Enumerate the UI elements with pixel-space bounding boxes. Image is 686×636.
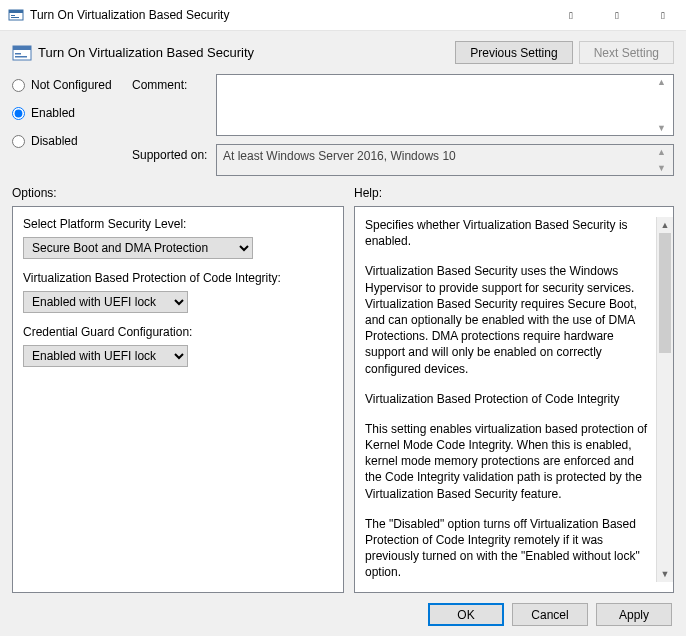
header-row: Turn On Virtualization Based Security Pr… bbox=[8, 39, 678, 74]
svg-rect-6 bbox=[15, 53, 21, 55]
scroll-thumb[interactable] bbox=[659, 233, 671, 353]
platform-security-select[interactable]: Secure Boot and DMA Protection bbox=[23, 237, 253, 259]
svg-rect-2 bbox=[11, 15, 15, 16]
options-column: Options: Select Platform Security Level:… bbox=[12, 186, 344, 593]
scroll-up-icon[interactable]: ▲ bbox=[657, 217, 673, 233]
panels-row: Options: Select Platform Security Level:… bbox=[8, 180, 678, 593]
config-row: Not Configured Enabled Disabled Comment:… bbox=[8, 74, 678, 180]
radio-disabled-input[interactable] bbox=[12, 135, 25, 148]
help-panel: Specifies whether Virtualization Based S… bbox=[354, 206, 674, 593]
help-label: Help: bbox=[354, 186, 674, 200]
close-button[interactable]:  bbox=[640, 0, 686, 30]
previous-setting-button[interactable]: Previous Setting bbox=[455, 41, 572, 64]
radio-not-configured-label: Not Configured bbox=[31, 78, 112, 92]
supported-on-box: At least Windows Server 2016, Windows 10… bbox=[216, 144, 674, 176]
cancel-button[interactable]: Cancel bbox=[512, 603, 588, 626]
apply-button[interactable]: Apply bbox=[596, 603, 672, 626]
comment-scroll: ▲▼ bbox=[657, 77, 671, 133]
fields-column: Comment: ▲▼ Supported on: At least Windo… bbox=[132, 74, 674, 176]
supported-label: Supported on: bbox=[132, 144, 212, 162]
radio-disabled[interactable]: Disabled bbox=[12, 134, 132, 148]
radio-enabled-label: Enabled bbox=[31, 106, 75, 120]
app-icon bbox=[8, 7, 24, 23]
footer-buttons: OK Cancel Apply bbox=[8, 593, 678, 628]
help-p4: This setting enables virtualization base… bbox=[365, 421, 650, 502]
svg-rect-1 bbox=[9, 10, 23, 13]
help-column: Help: Specifies whether Virtualization B… bbox=[354, 186, 674, 593]
scroll-down-icon[interactable]: ▼ bbox=[657, 566, 673, 582]
help-scrollbar[interactable]: ▲ ▼ bbox=[656, 217, 673, 582]
help-p5: The "Disabled" option turns off Virtuali… bbox=[365, 516, 650, 581]
maximize-button[interactable]:  bbox=[594, 0, 640, 30]
title-bar: Turn On Virtualization Based Security  … bbox=[0, 0, 686, 31]
policy-icon bbox=[12, 43, 32, 63]
ok-button[interactable]: OK bbox=[428, 603, 504, 626]
code-integrity-select[interactable]: Enabled with UEFI lock bbox=[23, 291, 188, 313]
credential-guard-label: Credential Guard Configuration: bbox=[23, 325, 333, 339]
code-integrity-label: Virtualization Based Protection of Code … bbox=[23, 271, 333, 285]
platform-security-label: Select Platform Security Level: bbox=[23, 217, 333, 231]
svg-rect-7 bbox=[15, 56, 27, 58]
options-panel: Select Platform Security Level: Secure B… bbox=[12, 206, 344, 593]
help-p3: Virtualization Based Protection of Code … bbox=[365, 391, 650, 407]
next-setting-button: Next Setting bbox=[579, 41, 674, 64]
radio-not-configured-input[interactable] bbox=[12, 79, 25, 92]
supported-on-text: At least Windows Server 2016, Windows 10 bbox=[223, 149, 456, 163]
window-title: Turn On Virtualization Based Security bbox=[30, 8, 548, 22]
radio-enabled-input[interactable] bbox=[12, 107, 25, 120]
radio-enabled[interactable]: Enabled bbox=[12, 106, 132, 120]
svg-rect-5 bbox=[13, 46, 31, 50]
comment-label: Comment: bbox=[132, 74, 212, 92]
content-area: Turn On Virtualization Based Security Pr… bbox=[0, 31, 686, 636]
options-label: Options: bbox=[12, 186, 344, 200]
help-p1: Specifies whether Virtualization Based S… bbox=[365, 217, 650, 249]
comment-input[interactable]: ▲▼ bbox=[216, 74, 674, 136]
svg-rect-3 bbox=[11, 17, 19, 18]
help-text: Specifies whether Virtualization Based S… bbox=[365, 217, 656, 582]
help-p2: Virtualization Based Security uses the W… bbox=[365, 263, 650, 376]
radio-not-configured[interactable]: Not Configured bbox=[12, 78, 132, 92]
minimize-button[interactable]:  bbox=[548, 0, 594, 30]
page-title: Turn On Virtualization Based Security bbox=[38, 45, 449, 60]
supported-scroll: ▲▼ bbox=[657, 147, 671, 173]
credential-guard-select[interactable]: Enabled with UEFI lock bbox=[23, 345, 188, 367]
radio-disabled-label: Disabled bbox=[31, 134, 78, 148]
state-radio-group: Not Configured Enabled Disabled bbox=[12, 74, 132, 176]
